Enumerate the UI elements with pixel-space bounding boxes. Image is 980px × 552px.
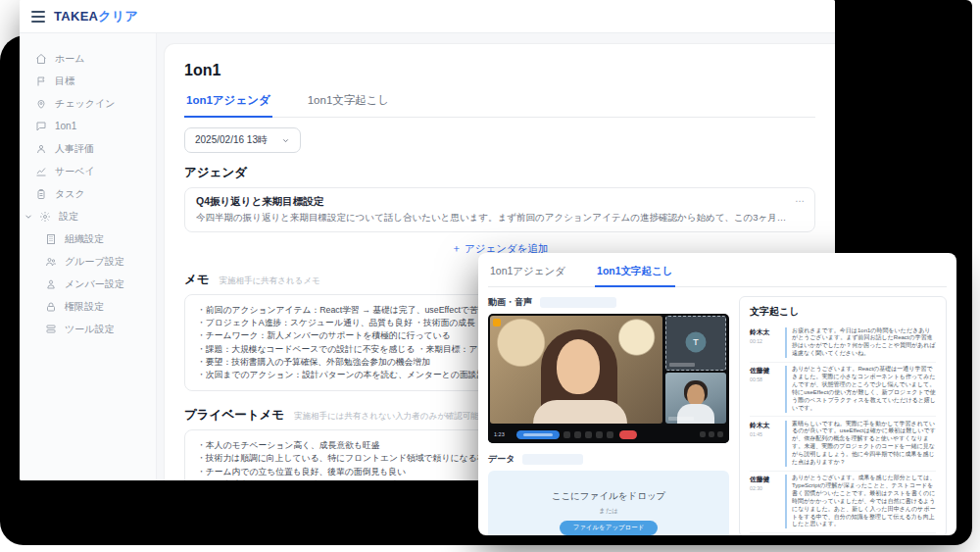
participant-name-label [668, 417, 694, 421]
participant-body [677, 404, 714, 424]
participant-name-label [669, 363, 695, 367]
speaker-name: 鈴木太 [750, 327, 779, 337]
hint-chip [522, 454, 583, 465]
overlay-body: 動画・音声 T [488, 296, 947, 535]
transcript-entry: 佐藤健02:30 ありがとうございます。成果を感じた部分としては、TypeScr… [750, 472, 936, 533]
private-memo-label: プライベートメモ [184, 407, 284, 424]
users-group-icon [45, 256, 57, 268]
participant-face [557, 339, 600, 394]
video-control-bar: 1:23 [488, 426, 729, 443]
more-menu-icon[interactable]: … [795, 193, 806, 204]
settings-button[interactable] [709, 431, 714, 437]
video-label-row: 動画・音声 [488, 296, 729, 309]
speaker-time: 01:45 [750, 431, 779, 437]
avatar: T [686, 331, 707, 352]
sidebar-label: 人事評価 [55, 142, 94, 156]
video-player[interactable]: T 1:23 [488, 314, 729, 443]
self-video-tile[interactable] [665, 373, 726, 424]
sidebar-item-checkin[interactable]: チェックイン [20, 92, 156, 115]
more-options-button[interactable] [607, 431, 613, 438]
sidebar-label: メンバー設定 [65, 277, 124, 291]
map-pin-icon [35, 98, 47, 110]
share-screen-button[interactable] [585, 431, 592, 438]
transcript-entry: 鈴木太01:45 素晴らしいですね。実際に手を動かして学習されているのが良いです… [750, 417, 936, 471]
sidebar-label: 権限設定 [65, 300, 104, 314]
transcript-entry: 鈴木太03:18 それは素晴らしい成長ですね。特に後輩のサポートは佐藤さんの強み… [750, 533, 936, 535]
sidebar-item-1on1[interactable]: 1on1 [20, 115, 156, 137]
leave-call-button[interactable] [619, 430, 637, 439]
transcript-text: 素晴らしいですね。実際に手を動かして学習されているのが良いです。useEffec… [785, 421, 936, 467]
app-logo: TAKEAクリア [54, 8, 138, 25]
logo-accent-text: クリア [98, 9, 138, 24]
speaker-name: 佐藤健 [750, 475, 779, 484]
main-tab-bar: 1on1アジェンダ 1on1文字起こし [184, 89, 815, 118]
line-chart-icon [35, 166, 47, 177]
media-column: 動画・音声 T [488, 296, 729, 535]
participant-body [533, 400, 627, 424]
sidebar-label: グループ設定 [65, 255, 124, 269]
app-header: TAKEAクリア [20, 0, 835, 33]
chevron-down-icon [281, 136, 290, 145]
home-icon [35, 53, 47, 65]
sidebar-item-tasks[interactable]: タスク [20, 182, 156, 205]
black-backdrop-top-right [833, 0, 972, 294]
transcript-entry: 鈴木太00:12 お疲れさまです。今日は1on1の時間をいただきありがとうござい… [750, 324, 936, 363]
sidebar-item-permission-settings[interactable]: 権限設定 [20, 295, 156, 318]
agenda-heading: アジェンダ [184, 165, 815, 181]
sidebar-item-tool-settings[interactable]: ツール設定 [20, 318, 156, 340]
tab-1on1-agenda[interactable]: 1on1アジェンダ [184, 89, 272, 118]
building-icon [45, 233, 57, 245]
sidebar-item-org-settings[interactable]: 組織設定 [20, 227, 156, 250]
member-icon [45, 278, 57, 290]
transcript-text: ありがとうございます。Reactの基礎は一通り学習できました。実際に小さなコンポ… [785, 366, 936, 412]
user-icon [35, 143, 47, 155]
transcript-panel[interactable]: 文字起こし 鈴木太00:12 お疲れさまです。今日は1on1の時間をいただきあり… [739, 296, 947, 535]
remote-participant-tile[interactable]: T [665, 316, 726, 371]
sidebar-label: 組織設定 [65, 232, 104, 246]
sidebar-item-goals[interactable]: 目標 [20, 70, 156, 92]
main-video-feed [490, 316, 662, 424]
overlay-tab-1on1-transcript[interactable]: 1on1文字起こし [595, 261, 675, 287]
sidebar-item-member-settings[interactable]: メンバー設定 [20, 273, 156, 295]
sidebar-label: 設定 [59, 210, 78, 224]
page-title: 1on1 [184, 62, 815, 79]
mic-button[interactable] [564, 431, 570, 438]
caption-button[interactable] [516, 430, 560, 439]
dropzone-text: ここにファイルをドロップ [552, 490, 666, 503]
sidebar-item-survey[interactable]: サーベイ [20, 160, 156, 182]
sidebar-item-group-settings[interactable]: グループ設定 [20, 250, 156, 273]
sidebar-label: ホーム [55, 52, 84, 66]
chat-button[interactable] [596, 431, 603, 438]
overlay-tab-1on1-agenda[interactable]: 1on1アジェンダ [488, 261, 567, 286]
date-select-value: 2025/02/16 13時 [195, 133, 268, 147]
tab-1on1-transcript[interactable]: 1on1文字起こし [306, 89, 392, 117]
speaker-time: 00:12 [750, 338, 779, 344]
agenda-item-description: 今四半期の振り返りと来期目標設定について話し合いたいと思います。まず前回のアクシ… [196, 212, 789, 225]
sidebar-item-settings[interactable]: 設定 [20, 205, 156, 227]
chevron-down-icon [24, 212, 33, 222]
data-section-label: データ [488, 453, 514, 466]
sidebar-label: タスク [55, 187, 85, 201]
sidebar-label: 1on1 [55, 121, 76, 131]
video-section-label: 動画・音声 [488, 296, 532, 309]
overlay-tab-bar: 1on1アジェンダ 1on1文字起こし [488, 258, 947, 287]
sidebar-label: ツール設定 [65, 323, 114, 336]
flag-icon [35, 75, 47, 87]
speaker-time: 02:30 [750, 485, 779, 491]
agenda-item-card[interactable]: Q4振り返りと来期目標設定 今四半期の振り返りと来期目標設定について話し合いたい… [184, 187, 815, 232]
chat-icon [35, 121, 47, 132]
camera-button[interactable] [574, 431, 581, 438]
sidebar: ホーム 目標 チェックイン 1on1 人事評価 サーベイ [20, 33, 157, 480]
sidebar-item-home[interactable]: ホーム [20, 47, 156, 70]
upload-file-button[interactable]: ファイルをアップロード [560, 521, 657, 535]
file-dropzone[interactable]: ここにファイルをドロップ または ファイルをアップロード [488, 471, 729, 535]
sidebar-label: サーベイ [55, 165, 95, 178]
view-controls [700, 431, 723, 437]
fullscreen-button[interactable] [717, 431, 723, 437]
date-select[interactable]: 2025/02/16 13時 [184, 127, 301, 153]
hamburger-menu-icon[interactable] [31, 11, 45, 23]
transcript-entry: 佐藤健00:58 ありがとうございます。Reactの基礎は一通り学習できました。… [750, 363, 936, 417]
grid-view-button[interactable] [700, 431, 706, 437]
sidebar-item-hr-eval[interactable]: 人事評価 [20, 137, 156, 160]
transcript-heading: 文字起こし [750, 305, 936, 319]
